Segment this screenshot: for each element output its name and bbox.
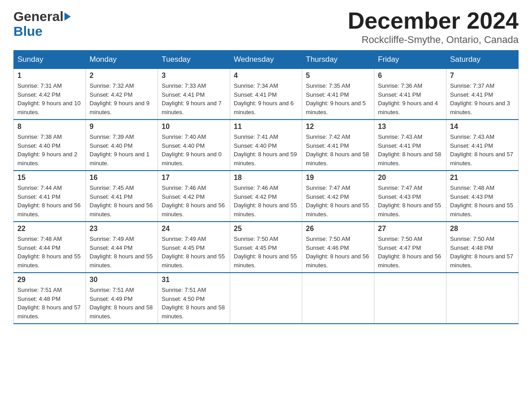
day-number: 26 (306, 225, 370, 233)
day-number: 22 (17, 225, 82, 233)
sunrise-label: Sunrise: 7:46 AM (162, 184, 206, 191)
sunrise-label: Sunrise: 7:33 AM (162, 82, 206, 89)
day-info: Sunrise: 7:51 AM Sunset: 4:49 PM Dayligh… (90, 286, 154, 321)
calendar-cell: 21 Sunrise: 7:48 AM Sunset: 4:43 PM Dayl… (446, 171, 519, 222)
day-number: 31 (162, 276, 226, 284)
sunset-label: Sunset: 4:50 PM (162, 295, 205, 302)
sunset-label: Sunset: 4:41 PM (450, 91, 493, 98)
calendar-cell: 5 Sunrise: 7:35 AM Sunset: 4:41 PM Dayli… (302, 69, 374, 120)
day-number: 12 (306, 123, 370, 131)
daylight-label: Daylight: 8 hours and 57 minutes. (450, 151, 513, 167)
calendar-cell: 9 Sunrise: 7:39 AM Sunset: 4:40 PM Dayli… (86, 120, 158, 171)
calendar-cell: 14 Sunrise: 7:43 AM Sunset: 4:41 PM Dayl… (446, 120, 519, 171)
sunset-label: Sunset: 4:42 PM (234, 193, 277, 200)
day-number: 17 (162, 174, 226, 182)
weekday-header-thursday: Thursday (302, 51, 374, 69)
day-number: 4 (234, 72, 298, 80)
daylight-label: Daylight: 8 hours and 58 minutes. (162, 304, 225, 320)
sunrise-label: Sunrise: 7:47 AM (306, 184, 350, 191)
sunrise-label: Sunrise: 7:51 AM (162, 287, 206, 293)
sunset-label: Sunset: 4:40 PM (162, 142, 205, 149)
day-number: 15 (17, 174, 82, 182)
day-number: 27 (378, 225, 442, 233)
sunset-label: Sunset: 4:48 PM (17, 295, 60, 302)
daylight-label: Daylight: 9 hours and 0 minutes. (162, 151, 222, 167)
day-info: Sunrise: 7:45 AM Sunset: 4:41 PM Dayligh… (90, 184, 154, 218)
day-info: Sunrise: 7:50 AM Sunset: 4:46 PM Dayligh… (306, 235, 370, 270)
day-number: 18 (234, 174, 298, 182)
calendar-cell: 13 Sunrise: 7:43 AM Sunset: 4:41 PM Dayl… (374, 120, 446, 171)
logo-line2: Blue (13, 24, 71, 39)
sunrise-label: Sunrise: 7:35 AM (306, 82, 350, 89)
calendar-cell: 12 Sunrise: 7:42 AM Sunset: 4:41 PM Dayl… (302, 120, 374, 171)
daylight-label: Daylight: 8 hours and 55 minutes. (234, 202, 297, 218)
day-number: 30 (90, 276, 154, 284)
sunrise-label: Sunrise: 7:37 AM (450, 82, 494, 89)
calendar-cell: 15 Sunrise: 7:44 AM Sunset: 4:41 PM Dayl… (14, 171, 86, 222)
day-number: 16 (90, 174, 154, 182)
day-info: Sunrise: 7:32 AM Sunset: 4:42 PM Dayligh… (90, 81, 154, 116)
day-info: Sunrise: 7:31 AM Sunset: 4:42 PM Dayligh… (17, 81, 82, 116)
calendar-cell (446, 273, 519, 324)
sunrise-label: Sunrise: 7:36 AM (378, 82, 422, 89)
sunset-label: Sunset: 4:41 PM (17, 193, 60, 200)
sunrise-label: Sunrise: 7:31 AM (17, 82, 62, 89)
logo-line1: General (13, 9, 71, 24)
daylight-label: Daylight: 8 hours and 55 minutes. (162, 253, 225, 269)
daylight-label: Daylight: 8 hours and 55 minutes. (450, 202, 513, 218)
day-number: 25 (234, 225, 298, 233)
sunset-label: Sunset: 4:41 PM (90, 193, 133, 200)
calendar-cell: 24 Sunrise: 7:49 AM Sunset: 4:45 PM Dayl… (158, 222, 230, 273)
sunset-label: Sunset: 4:48 PM (450, 244, 493, 251)
day-info: Sunrise: 7:40 AM Sunset: 4:40 PM Dayligh… (162, 133, 226, 167)
sunset-label: Sunset: 4:44 PM (90, 244, 133, 251)
daylight-label: Daylight: 8 hours and 55 minutes. (306, 202, 369, 218)
weekday-header-sunday: Sunday (14, 51, 86, 69)
sunset-label: Sunset: 4:42 PM (90, 91, 133, 98)
day-info: Sunrise: 7:37 AM Sunset: 4:41 PM Dayligh… (450, 81, 515, 116)
calendar-cell: 3 Sunrise: 7:33 AM Sunset: 4:41 PM Dayli… (158, 69, 230, 120)
daylight-label: Daylight: 8 hours and 57 minutes. (17, 304, 81, 320)
sunrise-label: Sunrise: 7:39 AM (90, 133, 134, 140)
sunrise-label: Sunrise: 7:40 AM (162, 133, 206, 140)
calendar-cell: 8 Sunrise: 7:38 AM Sunset: 4:40 PM Dayli… (14, 120, 86, 171)
day-info: Sunrise: 7:44 AM Sunset: 4:41 PM Dayligh… (17, 184, 82, 218)
sunrise-label: Sunrise: 7:48 AM (450, 184, 494, 191)
daylight-label: Daylight: 8 hours and 55 minutes. (17, 253, 81, 269)
weekday-header-wednesday: Wednesday (230, 51, 302, 69)
daylight-label: Daylight: 9 hours and 3 minutes. (450, 100, 510, 116)
day-number: 5 (306, 72, 370, 80)
sunrise-label: Sunrise: 7:43 AM (378, 133, 422, 140)
daylight-label: Daylight: 8 hours and 55 minutes. (234, 253, 297, 269)
week-row-2: 8 Sunrise: 7:38 AM Sunset: 4:40 PM Dayli… (14, 120, 519, 171)
calendar-cell: 29 Sunrise: 7:51 AM Sunset: 4:48 PM Dayl… (14, 273, 86, 324)
sunset-label: Sunset: 4:47 PM (378, 244, 421, 251)
day-info: Sunrise: 7:46 AM Sunset: 4:42 PM Dayligh… (162, 184, 226, 218)
sunset-label: Sunset: 4:42 PM (162, 193, 205, 200)
weekday-header-row: SundayMondayTuesdayWednesdayThursdayFrid… (14, 51, 519, 69)
daylight-label: Daylight: 8 hours and 56 minutes. (90, 202, 153, 218)
sunset-label: Sunset: 4:41 PM (306, 91, 349, 98)
daylight-label: Daylight: 9 hours and 2 minutes. (17, 151, 77, 167)
calendar-cell: 26 Sunrise: 7:50 AM Sunset: 4:46 PM Dayl… (302, 222, 374, 273)
day-info: Sunrise: 7:35 AM Sunset: 4:41 PM Dayligh… (306, 81, 370, 116)
sunset-label: Sunset: 4:41 PM (450, 142, 493, 149)
week-row-1: 1 Sunrise: 7:31 AM Sunset: 4:42 PM Dayli… (14, 69, 519, 120)
sunrise-label: Sunrise: 7:48 AM (17, 235, 62, 242)
sunrise-label: Sunrise: 7:32 AM (90, 82, 134, 89)
day-number: 9 (90, 123, 154, 131)
calendar-cell: 22 Sunrise: 7:48 AM Sunset: 4:44 PM Dayl… (14, 222, 86, 273)
sunset-label: Sunset: 4:40 PM (17, 142, 60, 149)
daylight-label: Daylight: 8 hours and 56 minutes. (17, 202, 81, 218)
day-info: Sunrise: 7:42 AM Sunset: 4:41 PM Dayligh… (306, 133, 370, 167)
calendar-cell: 23 Sunrise: 7:49 AM Sunset: 4:44 PM Dayl… (86, 222, 158, 273)
calendar-cell: 19 Sunrise: 7:47 AM Sunset: 4:42 PM Dayl… (302, 171, 374, 222)
sunset-label: Sunset: 4:45 PM (234, 244, 277, 251)
sunrise-label: Sunrise: 7:43 AM (450, 133, 494, 140)
sunset-label: Sunset: 4:46 PM (306, 244, 349, 251)
day-number: 20 (378, 174, 442, 182)
calendar-cell: 27 Sunrise: 7:50 AM Sunset: 4:47 PM Dayl… (374, 222, 446, 273)
sunset-label: Sunset: 4:41 PM (378, 91, 421, 98)
calendar-table: SundayMondayTuesdayWednesdayThursdayFrid… (13, 50, 519, 324)
day-number: 7 (450, 72, 515, 80)
